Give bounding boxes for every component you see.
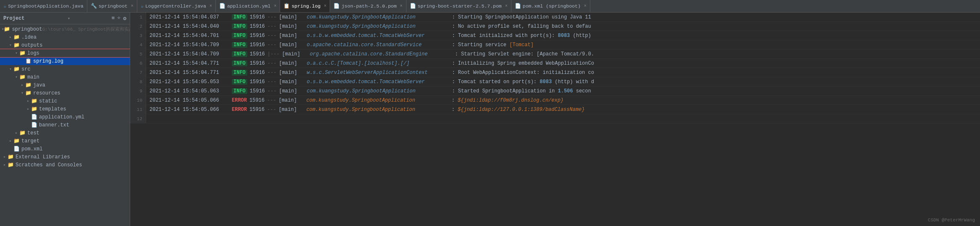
- tree-arrow-icon[interactable]: [8, 139, 13, 143]
- tree-label-resources: resources: [33, 90, 60, 96]
- tree-item-target[interactable]: 📁target: [0, 137, 130, 145]
- log-pid: 15916: [249, 97, 265, 103]
- collapse-all-icon[interactable]: ≡: [112, 15, 115, 22]
- tab-close-5[interactable]: ×: [400, 4, 403, 8]
- tree-arrow-icon[interactable]: [19, 91, 25, 95]
- tree-arrow-icon[interactable]: [13, 75, 19, 79]
- tree-arrow-icon[interactable]: [2, 163, 8, 167]
- tree-indent-spacer: [0, 138, 8, 144]
- log-thread: [main]: [279, 60, 304, 66]
- tab-label-0: SpringbootApplication.java: [8, 3, 83, 9]
- tab-close-7[interactable]: ×: [584, 4, 587, 8]
- log-level: INFO: [232, 60, 247, 66]
- file-icon-folder: 📁: [13, 138, 20, 144]
- tree-item-static[interactable]: 📁static: [0, 97, 130, 105]
- tree-arrow-icon[interactable]: [8, 35, 13, 39]
- tab-springbootapplication.java[interactable]: ☕SpringbootApplication.java: [0, 0, 87, 13]
- tree-item-springboot[interactable]: 📁springboot G:\tours\06_ SpringBoot的探索和实…: [0, 25, 130, 33]
- tab-json-path-2.5.0.pom[interactable]: 📄json-path-2.5.0.pom×: [330, 0, 406, 13]
- log-separator: ---: [267, 42, 277, 48]
- dropdown-arrow-icon[interactable]: ▾: [68, 16, 70, 21]
- settings-icon[interactable]: ⚙: [123, 15, 126, 22]
- tab-label-7: pom.xml (springboot): [523, 3, 581, 9]
- log-pid: 15916: [249, 107, 265, 113]
- tab-icon-3: 📄: [219, 3, 225, 9]
- log-timestamp: 2021-12-14 15:54:04.771: [149, 70, 229, 76]
- line-number: 4: [130, 40, 146, 49]
- tree-label-test: test: [27, 130, 39, 136]
- log-separator: ---: [267, 79, 277, 85]
- tree-item-logs[interactable]: 📁logs: [0, 49, 130, 57]
- tree-item-application.yml[interactable]: 📄application.yml: [0, 113, 130, 121]
- tree-item-scratches[interactable]: 📁Scratches and Consoles: [0, 161, 130, 169]
- log-message: : No active profile set, falling back to…: [452, 24, 591, 29]
- table-row: 32021-12-14 15:54:04.701INFO15916---[mai…: [130, 31, 980, 40]
- log-timestamp: 2021-12-14 15:54:05.066: [149, 97, 229, 103]
- tab-close-3[interactable]: ×: [274, 4, 276, 8]
- tree-label-springboot: springboot: [12, 26, 42, 32]
- tree-item-idea[interactable]: 📁.idea: [0, 33, 130, 41]
- log-level: INFO: [232, 14, 247, 20]
- line-number: 7: [130, 68, 146, 77]
- log-pid: 15916: [250, 33, 265, 39]
- log-thread: [main]: [279, 79, 304, 85]
- tab-close-1[interactable]: ×: [131, 4, 134, 8]
- tab-application.yml[interactable]: 📄application.yml×: [216, 0, 280, 13]
- tree-arrow-icon[interactable]: [8, 67, 13, 71]
- tree-item-pom.xml[interactable]: 📄pom.xml: [0, 145, 130, 153]
- line-number: 10: [130, 96, 146, 105]
- tree-label-java: java: [33, 82, 45, 88]
- tree-item-outputs[interactable]: 📁outputs: [0, 41, 130, 49]
- tab-pom.xml-(springboot)[interactable]: 📄pom.xml (springboot)×: [511, 0, 590, 13]
- log-message: : Root WebApplicationContext: initializa…: [452, 70, 594, 76]
- tree-label-pom.xml: pom.xml: [21, 146, 42, 152]
- tree-arrow-icon[interactable]: [25, 99, 31, 103]
- tree-item-java[interactable]: 📁java: [0, 81, 130, 89]
- tree-arrow-icon[interactable]: [13, 51, 19, 55]
- log-timestamp: 2021-12-14 15:54:05.053: [149, 79, 229, 85]
- tab-close-2[interactable]: ×: [210, 4, 212, 8]
- log-class: org.apache.catalina.core.StandardEngine: [310, 51, 453, 57]
- tree-item-spring.log[interactable]: 📋spring.log: [0, 57, 130, 65]
- tree-item-templates[interactable]: 📁templates: [0, 105, 130, 113]
- tree-item-resources[interactable]: 📁resources: [0, 89, 130, 97]
- tree-item-test[interactable]: 📁test: [0, 129, 130, 137]
- log-thread: [main]: [279, 88, 304, 94]
- table-row: 42021-12-14 15:54:04.709INFO15916---[mai…: [130, 40, 980, 50]
- tab-springboot[interactable]: 🔧springboot×: [87, 0, 137, 13]
- log-message: : ${jndi:ldap://127.0.0.1:1389/badClassN…: [452, 107, 585, 113]
- tree-arrow-icon[interactable]: [8, 43, 13, 47]
- tab-icon-0: ☕: [3, 3, 6, 9]
- log-timestamp: 2021-12-14 15:54:04.701: [149, 33, 229, 39]
- table-row: 82021-12-14 15:54:05.053INFO15916---[mai…: [130, 77, 980, 87]
- expand-icon[interactable]: ÷: [117, 15, 121, 22]
- tree-arrow-icon[interactable]: [13, 131, 19, 135]
- sidebar: Project ▾ ≡ ÷ ⚙ 📁springboot G:\tours\06_…: [0, 13, 130, 226]
- tree-item-src[interactable]: 📁src: [0, 65, 130, 73]
- tree-item-banner.txt[interactable]: 📄banner.txt: [0, 121, 130, 129]
- log-level: ERROR: [232, 107, 247, 113]
- tree-item-main[interactable]: 📁main: [0, 73, 130, 81]
- log-thread: [main]: [279, 42, 304, 48]
- tab-label-2: LoggerController.java: [145, 3, 206, 9]
- tab-spring-boot-starter-2.5.7.pom[interactable]: 📄spring-boot-starter-2.5.7.pom×: [406, 0, 511, 13]
- tree-arrow-icon[interactable]: [25, 107, 31, 111]
- tree-indent-spacer: [0, 74, 13, 80]
- tree-label-target: target: [21, 138, 39, 144]
- log-class: o.apache.catalina.core.StandardService: [307, 42, 449, 48]
- tab-loggercontroller.java[interactable]: ☕LoggerController.java×: [137, 0, 216, 13]
- tab-close-6[interactable]: ×: [505, 4, 508, 8]
- tab-close-4[interactable]: ×: [324, 4, 326, 8]
- file-icon-xml: 📄: [13, 146, 20, 152]
- tree-label-static: static: [39, 98, 57, 104]
- log-separator: ---: [267, 14, 277, 20]
- log-class: o.s.b.w.embedded.tomcat.TomcatWebServer: [307, 33, 449, 39]
- file-icon-folder: 📁: [31, 98, 37, 104]
- tree-indent-spacer: [0, 42, 8, 48]
- tree-arrow-icon[interactable]: [19, 83, 25, 87]
- log-table[interactable]: 12021-12-14 15:54:04.037INFO15916---[mai…: [130, 13, 980, 226]
- tree-arrow-icon[interactable]: [2, 155, 8, 159]
- log-timestamp: 2021-12-14 15:54:05.066: [149, 107, 229, 113]
- tree-item-external-libs[interactable]: 📁External Libraries: [0, 153, 130, 161]
- tab-spring.log[interactable]: 📋spring.log×: [280, 0, 330, 13]
